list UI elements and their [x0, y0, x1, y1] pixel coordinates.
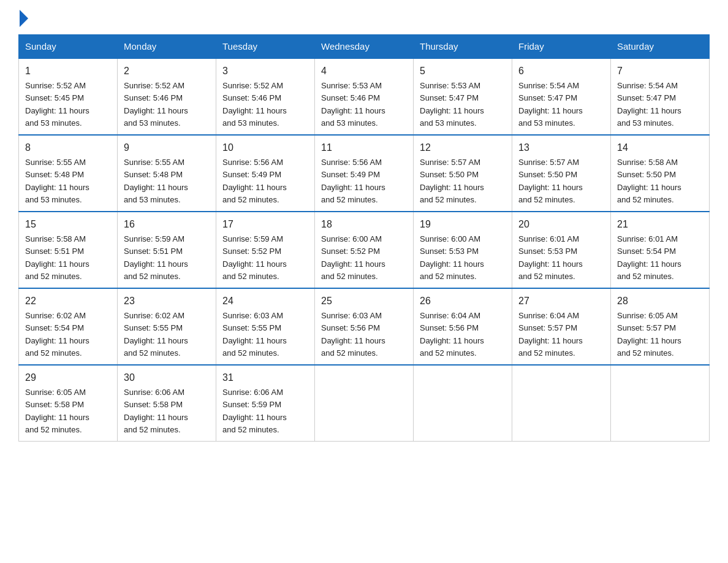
calendar-week-5: 29 Sunrise: 6:05 AMSunset: 5:58 PMDaylig…: [19, 365, 710, 442]
day-number: 4: [321, 64, 407, 79]
column-header-monday: Monday: [118, 35, 216, 59]
day-number: 9: [124, 140, 210, 155]
day-info: Sunrise: 5:58 AMSunset: 5:50 PMDaylight:…: [617, 158, 681, 204]
day-info: Sunrise: 6:03 AMSunset: 5:55 PMDaylight:…: [222, 311, 287, 358]
calendar-cell: 23 Sunrise: 6:02 AMSunset: 5:55 PMDaylig…: [118, 288, 216, 365]
day-info: Sunrise: 5:52 AMSunset: 5:46 PMDaylight:…: [222, 81, 287, 128]
calendar-cell: 2 Sunrise: 5:52 AMSunset: 5:46 PMDayligh…: [118, 58, 216, 135]
day-number: 31: [222, 370, 308, 385]
day-number: 16: [124, 217, 210, 232]
calendar-cell: 1 Sunrise: 5:52 AMSunset: 5:45 PMDayligh…: [19, 58, 118, 135]
day-info: Sunrise: 6:00 AMSunset: 5:52 PMDaylight:…: [321, 234, 385, 281]
calendar-cell: 9 Sunrise: 5:55 AMSunset: 5:48 PMDayligh…: [118, 135, 216, 212]
day-info: Sunrise: 5:55 AMSunset: 5:48 PMDaylight:…: [124, 158, 188, 204]
day-number: 19: [420, 217, 506, 232]
day-info: Sunrise: 6:06 AMSunset: 5:58 PMDaylight:…: [124, 388, 188, 434]
calendar-cell: 25 Sunrise: 6:03 AMSunset: 5:56 PMDaylig…: [315, 288, 414, 365]
calendar-cell: 6 Sunrise: 5:54 AMSunset: 5:47 PMDayligh…: [512, 58, 611, 135]
day-info: Sunrise: 6:02 AMSunset: 5:54 PMDaylight:…: [25, 311, 89, 358]
calendar-cell: 24 Sunrise: 6:03 AMSunset: 5:55 PMDaylig…: [216, 288, 315, 365]
day-info: Sunrise: 6:02 AMSunset: 5:55 PMDaylight:…: [124, 311, 188, 358]
calendar-cell: 10 Sunrise: 5:56 AMSunset: 5:49 PMDaylig…: [216, 135, 315, 212]
day-info: Sunrise: 6:06 AMSunset: 5:59 PMDaylight:…: [222, 388, 287, 434]
calendar-header-row: SundayMondayTuesdayWednesdayThursdayFrid…: [19, 35, 710, 59]
day-number: 15: [25, 217, 111, 232]
calendar-cell: [414, 365, 512, 442]
day-number: 2: [124, 64, 210, 79]
column-header-wednesday: Wednesday: [315, 35, 414, 59]
day-info: Sunrise: 5:53 AMSunset: 5:46 PMDaylight:…: [321, 81, 385, 128]
calendar-cell: 17 Sunrise: 5:59 AMSunset: 5:52 PMDaylig…: [216, 212, 315, 288]
column-header-saturday: Saturday: [611, 35, 710, 59]
day-number: 8: [25, 140, 111, 155]
calendar-cell: 20 Sunrise: 6:01 AMSunset: 5:53 PMDaylig…: [512, 212, 611, 288]
calendar-cell: 19 Sunrise: 6:00 AMSunset: 5:53 PMDaylig…: [414, 212, 512, 288]
day-info: Sunrise: 6:01 AMSunset: 5:53 PMDaylight:…: [518, 234, 583, 281]
day-info: Sunrise: 5:59 AMSunset: 5:52 PMDaylight:…: [222, 234, 287, 281]
calendar-cell: 4 Sunrise: 5:53 AMSunset: 5:46 PMDayligh…: [315, 58, 414, 135]
column-header-sunday: Sunday: [19, 35, 118, 59]
day-info: Sunrise: 6:01 AMSunset: 5:54 PMDaylight:…: [617, 234, 681, 281]
day-number: 14: [617, 140, 703, 155]
day-info: Sunrise: 5:56 AMSunset: 5:49 PMDaylight:…: [222, 158, 287, 204]
calendar-cell: 31 Sunrise: 6:06 AMSunset: 5:59 PMDaylig…: [216, 365, 315, 442]
day-info: Sunrise: 5:54 AMSunset: 5:47 PMDaylight:…: [518, 81, 583, 128]
day-info: Sunrise: 5:57 AMSunset: 5:50 PMDaylight:…: [518, 158, 583, 204]
day-number: 22: [25, 294, 111, 308]
day-info: Sunrise: 6:04 AMSunset: 5:57 PMDaylight:…: [518, 311, 583, 358]
calendar-cell: 21 Sunrise: 6:01 AMSunset: 5:54 PMDaylig…: [611, 212, 710, 288]
column-header-thursday: Thursday: [414, 35, 512, 59]
calendar-cell: 16 Sunrise: 5:59 AMSunset: 5:51 PMDaylig…: [118, 212, 216, 288]
calendar-cell: 8 Sunrise: 5:55 AMSunset: 5:48 PMDayligh…: [19, 135, 118, 212]
day-number: 11: [321, 140, 407, 155]
day-number: 3: [222, 64, 308, 79]
day-number: 12: [420, 140, 506, 155]
day-number: 23: [124, 294, 210, 308]
day-number: 17: [222, 217, 308, 232]
calendar-table: SundayMondayTuesdayWednesdayThursdayFrid…: [18, 34, 710, 442]
calendar-week-3: 15 Sunrise: 5:58 AMSunset: 5:51 PMDaylig…: [19, 212, 710, 288]
calendar-cell: 26 Sunrise: 6:04 AMSunset: 5:56 PMDaylig…: [414, 288, 512, 365]
calendar-cell: 15 Sunrise: 5:58 AMSunset: 5:51 PMDaylig…: [19, 212, 118, 288]
day-number: 29: [25, 370, 111, 385]
calendar-cell: 29 Sunrise: 6:05 AMSunset: 5:58 PMDaylig…: [19, 365, 118, 442]
calendar-week-4: 22 Sunrise: 6:02 AMSunset: 5:54 PMDaylig…: [19, 288, 710, 365]
logo: [18, 12, 28, 23]
page-header: [18, 12, 710, 23]
calendar-cell: 5 Sunrise: 5:53 AMSunset: 5:47 PMDayligh…: [414, 58, 512, 135]
day-number: 13: [518, 140, 604, 155]
day-number: 30: [124, 370, 210, 385]
day-number: 7: [617, 64, 703, 79]
day-info: Sunrise: 5:58 AMSunset: 5:51 PMDaylight:…: [25, 234, 89, 281]
calendar-cell: 13 Sunrise: 5:57 AMSunset: 5:50 PMDaylig…: [512, 135, 611, 212]
day-info: Sunrise: 5:53 AMSunset: 5:47 PMDaylight:…: [420, 81, 484, 128]
calendar-cell: 18 Sunrise: 6:00 AMSunset: 5:52 PMDaylig…: [315, 212, 414, 288]
day-info: Sunrise: 5:52 AMSunset: 5:46 PMDaylight:…: [124, 81, 188, 128]
day-number: 18: [321, 217, 407, 232]
day-info: Sunrise: 6:00 AMSunset: 5:53 PMDaylight:…: [420, 234, 484, 281]
day-info: Sunrise: 6:03 AMSunset: 5:56 PMDaylight:…: [321, 311, 385, 358]
day-number: 25: [321, 294, 407, 308]
day-number: 6: [518, 64, 604, 79]
day-number: 5: [420, 64, 506, 79]
calendar-cell: 28 Sunrise: 6:05 AMSunset: 5:57 PMDaylig…: [611, 288, 710, 365]
calendar-cell: [315, 365, 414, 442]
day-info: Sunrise: 5:57 AMSunset: 5:50 PMDaylight:…: [420, 158, 484, 204]
day-info: Sunrise: 5:59 AMSunset: 5:51 PMDaylight:…: [124, 234, 188, 281]
day-info: Sunrise: 6:05 AMSunset: 5:57 PMDaylight:…: [617, 311, 681, 358]
calendar-cell: 22 Sunrise: 6:02 AMSunset: 5:54 PMDaylig…: [19, 288, 118, 365]
day-number: 1: [25, 64, 111, 79]
day-number: 21: [617, 217, 703, 232]
day-number: 24: [222, 294, 308, 308]
column-header-tuesday: Tuesday: [216, 35, 315, 59]
calendar-cell: [512, 365, 611, 442]
day-number: 20: [518, 217, 604, 232]
day-info: Sunrise: 5:54 AMSunset: 5:47 PMDaylight:…: [617, 81, 681, 128]
day-info: Sunrise: 5:52 AMSunset: 5:45 PMDaylight:…: [25, 81, 89, 128]
logo-arrow-icon: [20, 10, 28, 27]
calendar-cell: 7 Sunrise: 5:54 AMSunset: 5:47 PMDayligh…: [611, 58, 710, 135]
day-number: 28: [617, 294, 703, 308]
day-info: Sunrise: 5:55 AMSunset: 5:48 PMDaylight:…: [25, 158, 89, 204]
calendar-cell: 11 Sunrise: 5:56 AMSunset: 5:49 PMDaylig…: [315, 135, 414, 212]
day-number: 26: [420, 294, 506, 308]
